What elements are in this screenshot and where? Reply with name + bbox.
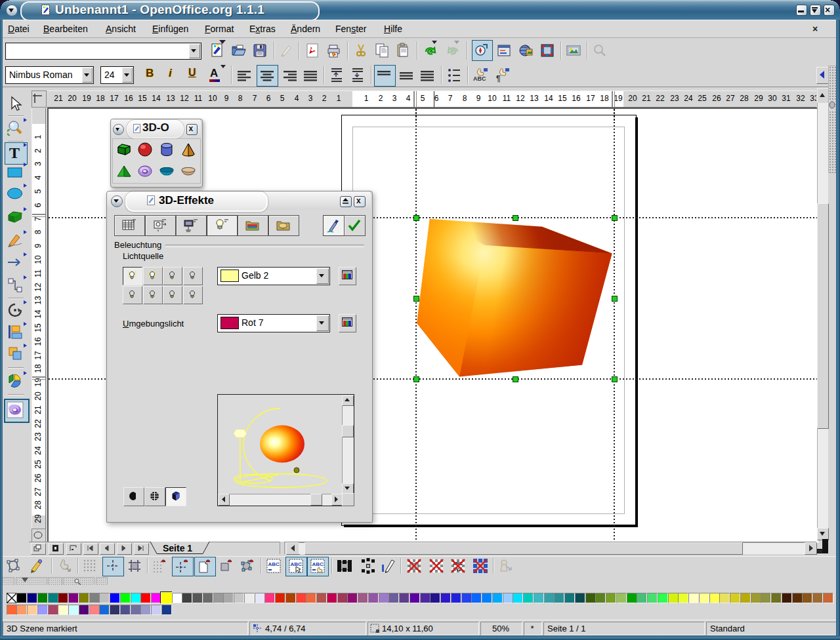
svg-text:¶: ¶ — [496, 74, 501, 83]
svg-text:ABC: ABC — [268, 561, 280, 567]
svg-text:ABC: ABC — [473, 75, 486, 82]
svg-text:ABC: ABC — [312, 561, 324, 567]
svg-text:T: T — [9, 144, 20, 161]
